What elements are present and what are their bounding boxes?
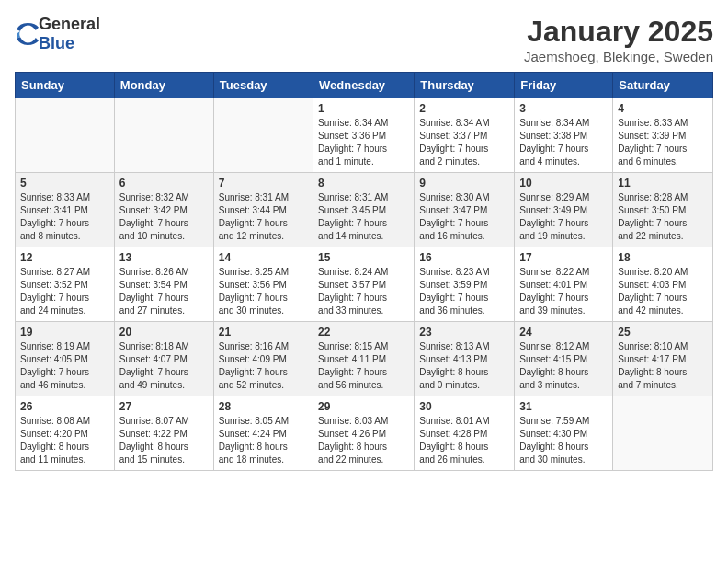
location-title: Jaemshoeg, Blekinge, Sweden: [524, 49, 713, 64]
day-info: Sunrise: 7:59 AM Sunset: 4:30 PM Dayligh…: [519, 415, 608, 466]
calendar-cell: 11Sunrise: 8:28 AM Sunset: 3:50 PM Dayli…: [613, 173, 713, 247]
day-number: 12: [20, 251, 109, 264]
day-number: 30: [419, 400, 509, 413]
day-number: 2: [419, 102, 509, 115]
day-number: 18: [618, 251, 708, 264]
day-info: Sunrise: 8:10 AM Sunset: 4:17 PM Dayligh…: [618, 340, 708, 392]
day-info: Sunrise: 8:07 AM Sunset: 4:22 PM Dayligh…: [119, 415, 209, 466]
calendar-cell: 16Sunrise: 8:23 AM Sunset: 3:59 PM Dayli…: [415, 247, 515, 322]
day-info: Sunrise: 8:30 AM Sunset: 3:47 PM Dayligh…: [419, 191, 509, 243]
weekday-header-saturday: Saturday: [613, 73, 713, 98]
day-number: 17: [519, 251, 608, 264]
day-number: 6: [119, 177, 209, 190]
weekday-header-tuesday: Tuesday: [213, 73, 313, 98]
day-number: 9: [419, 177, 509, 190]
day-info: Sunrise: 8:08 AM Sunset: 4:20 PM Dayligh…: [20, 415, 109, 466]
day-info: Sunrise: 8:34 AM Sunset: 3:37 PM Dayligh…: [419, 117, 509, 168]
weekday-header-wednesday: Wednesday: [313, 73, 415, 98]
calendar-cell: 18Sunrise: 8:20 AM Sunset: 4:03 PM Dayli…: [613, 247, 713, 322]
day-info: Sunrise: 8:26 AM Sunset: 3:54 PM Dayligh…: [119, 266, 209, 317]
calendar-cell: 2Sunrise: 8:34 AM Sunset: 3:37 PM Daylig…: [415, 98, 515, 173]
day-info: Sunrise: 8:27 AM Sunset: 3:52 PM Dayligh…: [20, 266, 109, 317]
calendar-cell: 5Sunrise: 8:33 AM Sunset: 3:41 PM Daylig…: [16, 173, 115, 247]
day-number: 3: [519, 102, 608, 115]
calendar-cell: [613, 396, 713, 471]
day-number: 15: [318, 251, 409, 264]
month-title: January 2025: [524, 15, 713, 49]
day-info: Sunrise: 8:33 AM Sunset: 3:41 PM Dayligh…: [20, 191, 109, 243]
calendar-cell: 19Sunrise: 8:19 AM Sunset: 4:05 PM Dayli…: [16, 322, 115, 396]
weekday-header-monday: Monday: [114, 73, 213, 98]
day-number: 24: [519, 326, 608, 339]
calendar-cell: 22Sunrise: 8:15 AM Sunset: 4:11 PM Dayli…: [313, 322, 415, 396]
day-info: Sunrise: 8:33 AM Sunset: 3:39 PM Dayligh…: [618, 117, 708, 168]
weekday-header-friday: Friday: [515, 73, 613, 98]
logo-text-general: General: [39, 15, 100, 33]
page-header: General Blue January 2025 Jaemshoeg, Ble…: [15, 15, 713, 64]
day-number: 13: [119, 251, 209, 264]
calendar-cell: 21Sunrise: 8:16 AM Sunset: 4:09 PM Dayli…: [213, 322, 313, 396]
day-info: Sunrise: 8:03 AM Sunset: 4:26 PM Dayligh…: [318, 415, 409, 466]
calendar-cell: 1Sunrise: 8:34 AM Sunset: 3:36 PM Daylig…: [313, 98, 415, 173]
day-info: Sunrise: 8:20 AM Sunset: 4:03 PM Dayligh…: [618, 266, 708, 317]
logo-icon: [17, 23, 39, 45]
calendar-cell: 30Sunrise: 8:01 AM Sunset: 4:28 PM Dayli…: [415, 396, 515, 471]
day-number: 25: [618, 326, 708, 339]
calendar-cell: 17Sunrise: 8:22 AM Sunset: 4:01 PM Dayli…: [515, 247, 613, 322]
day-info: Sunrise: 8:32 AM Sunset: 3:42 PM Dayligh…: [119, 191, 209, 243]
calendar-cell: 4Sunrise: 8:33 AM Sunset: 3:39 PM Daylig…: [613, 98, 713, 173]
calendar-cell: 28Sunrise: 8:05 AM Sunset: 4:24 PM Dayli…: [213, 396, 313, 471]
day-info: Sunrise: 8:01 AM Sunset: 4:28 PM Dayligh…: [419, 415, 509, 466]
day-number: 20: [119, 326, 209, 339]
calendar-cell: 6Sunrise: 8:32 AM Sunset: 3:42 PM Daylig…: [114, 173, 213, 247]
day-number: 21: [219, 326, 308, 339]
calendar-cell: 9Sunrise: 8:30 AM Sunset: 3:47 PM Daylig…: [415, 173, 515, 247]
day-number: 16: [419, 251, 509, 264]
day-info: Sunrise: 8:12 AM Sunset: 4:15 PM Dayligh…: [519, 340, 608, 392]
calendar-header-row: SundayMondayTuesdayWednesdayThursdayFrid…: [16, 73, 713, 98]
day-number: 11: [618, 177, 708, 190]
day-number: 19: [20, 326, 109, 339]
calendar-week-row: 19Sunrise: 8:19 AM Sunset: 4:05 PM Dayli…: [16, 322, 713, 396]
day-number: 26: [20, 400, 109, 413]
calendar-table: SundayMondayTuesdayWednesdayThursdayFrid…: [15, 72, 713, 471]
day-number: 29: [318, 400, 409, 413]
day-info: Sunrise: 8:19 AM Sunset: 4:05 PM Dayligh…: [20, 340, 109, 392]
weekday-header-sunday: Sunday: [16, 73, 115, 98]
calendar-cell: 24Sunrise: 8:12 AM Sunset: 4:15 PM Dayli…: [515, 322, 613, 396]
calendar-cell: 25Sunrise: 8:10 AM Sunset: 4:17 PM Dayli…: [613, 322, 713, 396]
day-number: 31: [519, 400, 608, 413]
calendar-week-row: 1Sunrise: 8:34 AM Sunset: 3:36 PM Daylig…: [16, 98, 713, 173]
calendar-cell: 15Sunrise: 8:24 AM Sunset: 3:57 PM Dayli…: [313, 247, 415, 322]
calendar-cell: [16, 98, 115, 173]
title-area: January 2025 Jaemshoeg, Blekinge, Sweden: [524, 15, 713, 64]
calendar-cell: 8Sunrise: 8:31 AM Sunset: 3:45 PM Daylig…: [313, 173, 415, 247]
day-info: Sunrise: 8:16 AM Sunset: 4:09 PM Dayligh…: [219, 340, 308, 392]
calendar-week-row: 5Sunrise: 8:33 AM Sunset: 3:41 PM Daylig…: [16, 173, 713, 247]
calendar-cell: 31Sunrise: 7:59 AM Sunset: 4:30 PM Dayli…: [515, 396, 613, 471]
day-info: Sunrise: 8:31 AM Sunset: 3:45 PM Dayligh…: [318, 191, 409, 243]
day-info: Sunrise: 8:13 AM Sunset: 4:13 PM Dayligh…: [419, 340, 509, 392]
calendar-cell: [114, 98, 213, 173]
day-info: Sunrise: 8:29 AM Sunset: 3:49 PM Dayligh…: [519, 191, 608, 243]
day-info: Sunrise: 8:18 AM Sunset: 4:07 PM Dayligh…: [119, 340, 209, 392]
day-number: 27: [119, 400, 209, 413]
day-info: Sunrise: 8:15 AM Sunset: 4:11 PM Dayligh…: [318, 340, 409, 392]
calendar-cell: 27Sunrise: 8:07 AM Sunset: 4:22 PM Dayli…: [114, 396, 213, 471]
calendar-cell: 20Sunrise: 8:18 AM Sunset: 4:07 PM Dayli…: [114, 322, 213, 396]
calendar-cell: 7Sunrise: 8:31 AM Sunset: 3:44 PM Daylig…: [213, 173, 313, 247]
day-info: Sunrise: 8:34 AM Sunset: 3:36 PM Dayligh…: [318, 117, 409, 168]
day-info: Sunrise: 8:05 AM Sunset: 4:24 PM Dayligh…: [219, 415, 308, 466]
day-info: Sunrise: 8:24 AM Sunset: 3:57 PM Dayligh…: [318, 266, 409, 317]
day-number: 1: [318, 102, 409, 115]
day-number: 4: [618, 102, 708, 115]
calendar-cell: 26Sunrise: 8:08 AM Sunset: 4:20 PM Dayli…: [16, 396, 115, 471]
logo: General Blue: [15, 15, 100, 53]
day-number: 22: [318, 326, 409, 339]
day-info: Sunrise: 8:22 AM Sunset: 4:01 PM Dayligh…: [519, 266, 608, 317]
calendar-week-row: 12Sunrise: 8:27 AM Sunset: 3:52 PM Dayli…: [16, 247, 713, 322]
calendar-cell: 14Sunrise: 8:25 AM Sunset: 3:56 PM Dayli…: [213, 247, 313, 322]
day-info: Sunrise: 8:23 AM Sunset: 3:59 PM Dayligh…: [419, 266, 509, 317]
day-number: 7: [219, 177, 308, 190]
day-info: Sunrise: 8:31 AM Sunset: 3:44 PM Dayligh…: [219, 191, 308, 243]
